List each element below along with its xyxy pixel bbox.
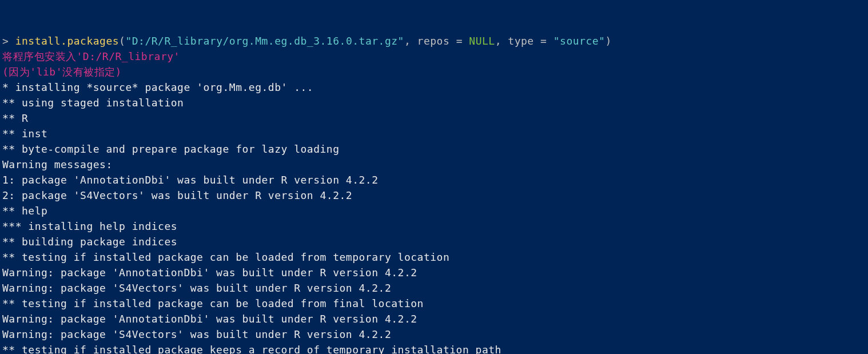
param1-name: repos [417, 35, 450, 47]
install-message-line2: (因为'lib'没有被指定) [2, 66, 122, 78]
output-line: ** byte-compile and prepare package for … [2, 143, 340, 155]
output-line: Warning: package 'AnnotationDbi' was bui… [2, 267, 417, 279]
eq1: = [449, 35, 469, 47]
output-line: ** building package indices [2, 236, 177, 248]
param1-value: NULL [469, 35, 495, 47]
console-area[interactable]: > install.packages("D:/R/R_library/org.M… [2, 33, 866, 354]
eq2: = [534, 35, 554, 47]
install-message-line1: 将程序包安装入'D:/R/R_library' [2, 50, 180, 62]
output-line: 1: package 'AnnotationDbi' was built und… [2, 174, 379, 186]
output-line: ** inst [2, 128, 47, 140]
close-paren: ) [605, 35, 611, 47]
output-line: ** help [2, 205, 47, 217]
sep2: , [495, 35, 508, 47]
prompt-symbol: > [2, 35, 15, 47]
output-line: Warning: package 'S4Vectors' was built u… [2, 328, 391, 340]
output-line: 2: package 'S4Vectors' was built under R… [2, 189, 352, 201]
output-line: *** installing help indices [2, 220, 177, 232]
param2-value: "source" [554, 35, 606, 47]
output-line: ** testing if installed package can be l… [2, 251, 449, 263]
arg-string: "D:/R/R_library/org.Mm.eg.db_3.16.0.tar.… [125, 35, 404, 47]
output-line: Warning: package 'AnnotationDbi' was bui… [2, 313, 417, 325]
output-line: * installing *source* package 'org.Mm.eg… [2, 81, 313, 93]
output-line: Warning: package 'S4Vectors' was built u… [2, 282, 391, 294]
output-line: ** R [2, 112, 28, 124]
output-line: Warning messages: [2, 158, 113, 170]
command-name: install.packages [15, 35, 119, 47]
output-line: ** testing if installed package keeps a … [2, 344, 501, 354]
open-paren: ( [119, 35, 125, 47]
prompt-line: > install.packages("D:/R/R_library/org.M… [2, 35, 612, 47]
sep1: , [404, 35, 417, 47]
param2-name: type [508, 35, 533, 47]
output-line: ** testing if installed package can be l… [2, 297, 424, 309]
output-line: ** using staged installation [2, 97, 184, 109]
